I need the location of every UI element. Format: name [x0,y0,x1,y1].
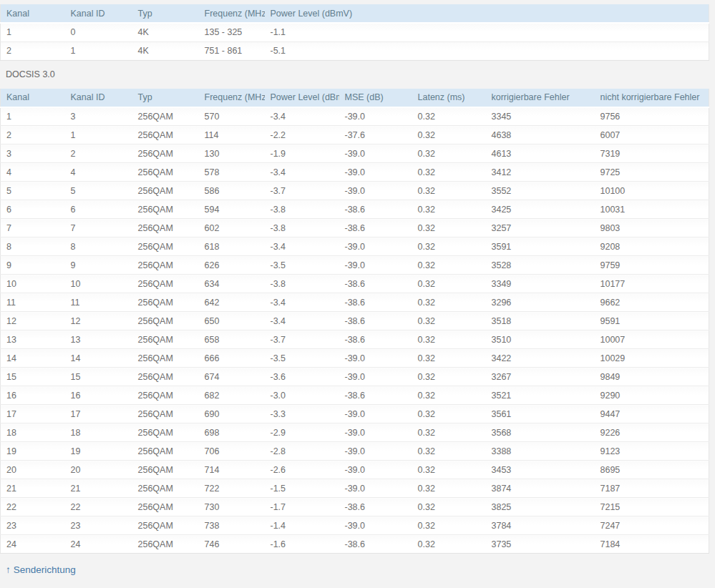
table-cell: 4638 [486,126,595,144]
table-cell: 256QAM [132,182,199,200]
table-cell: 10100 [595,182,709,200]
table-row: 1616256QAM682-3.0-38.60.3235219290 [1,386,709,405]
column-header: Latenz (ms) [412,89,486,107]
table-cell: -39.0 [339,144,412,163]
table-cell: 256QAM [132,126,199,144]
table-row: 44256QAM578-3.4-39.00.3234129725 [1,163,709,182]
table-cell: 9447 [595,405,709,423]
table-cell: 16 [1,386,65,405]
table-cell: 0.32 [412,386,486,405]
table-cell: -39.0 [339,349,412,368]
table-cell: -2.2 [265,126,339,144]
table-cell: 9 [1,256,65,275]
table-cell: -3.4 [265,107,339,126]
table-cell: 10 [1,275,65,293]
table-cell: 256QAM [132,144,199,163]
table-cell: 602 [199,219,265,237]
table-cell: 11 [65,293,132,312]
table-cell: 6007 [595,126,709,144]
table-cell: 0.32 [412,182,486,200]
table-cell: 18 [65,423,132,442]
table-cell: -37.6 [339,126,412,144]
table-cell: 9849 [595,368,709,386]
table-cell: 256QAM [132,442,199,461]
table-cell: 256QAM [132,479,199,498]
table-row: 13256QAM570-3.4-39.00.3233459756 [1,107,709,126]
table-cell: -3.7 [265,330,339,349]
table-cell: 3422 [486,349,595,368]
table-cell: 3510 [486,330,595,349]
table-cell: 0.32 [412,516,486,535]
table-cell: 10007 [595,330,709,349]
table-row: 1212256QAM650-3.4-38.60.3235189591 [1,312,709,330]
table-cell: 23 [65,516,132,535]
table-cell: 3552 [486,182,595,200]
table-cell: 3521 [486,386,595,405]
table-cell: 114 [199,126,265,144]
table-row: 1414256QAM666-3.5-39.00.32342210029 [1,349,709,368]
table-cell: 14 [1,349,65,368]
table-cell: 722 [199,479,265,498]
table-cell: 3345 [486,107,595,126]
table-cell: 21 [1,479,65,498]
table-cell: 626 [199,256,265,275]
table-cell: 12 [65,312,132,330]
column-header: Kanal [1,4,65,23]
table-cell: 11 [1,293,65,312]
column-header: Kanal ID [65,4,132,23]
table-row: 2424256QAM746-1.6-38.60.3237357184 [1,535,709,554]
senderichtung-link[interactable]: ↑Senderichtung [6,564,76,575]
table-cell: 10 [65,275,132,293]
table-cell: 1 [65,41,132,60]
table-cell: 0.32 [412,200,486,219]
table-cell: 9 [65,256,132,275]
table-cell: 3257 [486,219,595,237]
table-cell: 3591 [486,237,595,256]
table-cell: 12 [1,312,65,330]
table-cell: 256QAM [132,423,199,442]
table-cell: 1 [1,23,65,41]
table-cell: -3.8 [265,275,339,293]
table-row: 21256QAM114-2.2-37.60.3246386007 [1,126,709,144]
table-cell: 13 [65,330,132,349]
table-row: 88256QAM618-3.4-39.00.3235919208 [1,237,709,256]
table-cell: -38.6 [339,498,412,516]
table-cell: 3 [65,107,132,126]
table-row: 2222256QAM730-1.7-38.60.3238257215 [1,498,709,516]
table-cell: -3.8 [265,200,339,219]
table-cell: 3412 [486,163,595,182]
table-row: 2121256QAM722-1.5-39.00.3238747187 [1,479,709,498]
table-cell: -39.0 [339,256,412,275]
column-header: Kanal ID [65,89,132,107]
table-cell: 19 [65,442,132,461]
table-cell: -39.0 [339,368,412,386]
table-cell: 135 - 325 [199,23,265,41]
table-cell: 0.32 [412,219,486,237]
column-header: Typ [132,89,199,107]
table-row: 1111256QAM642-3.4-38.60.3232969662 [1,293,709,312]
table-cell: 22 [1,498,65,516]
table-cell: 9226 [595,423,709,442]
table-cell: 24 [65,535,132,554]
table-cell: 5 [1,182,65,200]
table-cell: 9756 [595,107,709,126]
header-row: KanalKanal IDTypFrequenz (MHz)Power Leve… [1,4,709,23]
table-cell: -39.0 [339,405,412,423]
table-cell: 256QAM [132,312,199,330]
table-cell: -3.4 [265,293,339,312]
table-cell: 594 [199,200,265,219]
table-cell: 9123 [595,442,709,461]
table-cell: 2 [1,126,65,144]
table-cell: 15 [65,368,132,386]
table-row: 2323256QAM738-1.4-39.00.3237847247 [1,516,709,535]
table-cell: 19 [1,442,65,461]
table-cell: 9725 [595,163,709,182]
table-cell: -1.1 [265,23,709,41]
table-cell: 0.32 [412,442,486,461]
table-cell: -3.3 [265,405,339,423]
table-cell: 9803 [595,219,709,237]
table-cell: -1.9 [265,144,339,163]
table-cell: 0.32 [412,535,486,554]
table-cell: 256QAM [132,275,199,293]
table-cell: -3.4 [265,237,339,256]
